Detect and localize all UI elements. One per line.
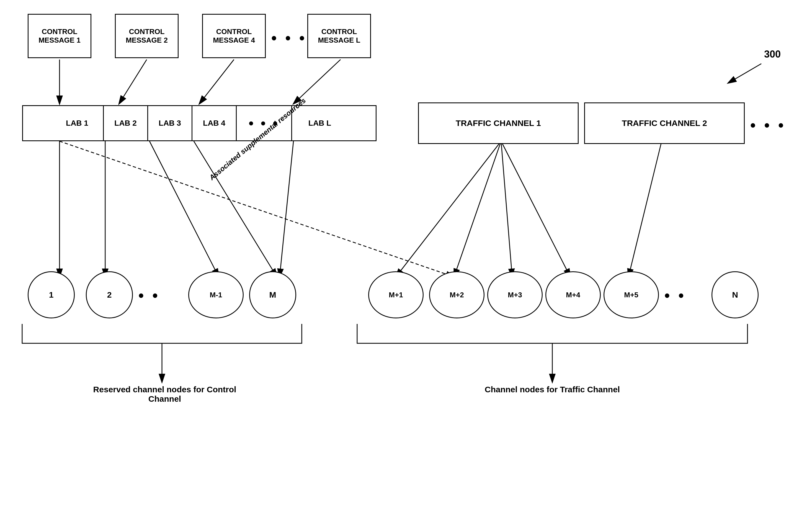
diagram-svg <box>0 0 812 531</box>
svg-line-4 <box>199 59 234 104</box>
lab3-cell: LAB 3 <box>148 106 192 140</box>
circle-2: 2 <box>86 271 133 318</box>
svg-line-8 <box>149 141 219 277</box>
circle-m-plus-4: M+4 <box>546 271 601 318</box>
control-message-4-box: CONTROL MESSAGE 4 <box>202 14 266 58</box>
circles-dots-1: • • <box>139 287 160 304</box>
cm-dots: • • • <box>271 29 307 47</box>
lab2-cell: LAB 2 <box>104 106 148 140</box>
traffic-channel-nodes-label: Channel nodes for Traffic Channel <box>443 385 662 394</box>
control-message-4-label: CONTROL MESSAGE 4 <box>213 27 255 45</box>
svg-line-11 <box>396 141 501 277</box>
traffic-channel-2-label: TRAFFIC CHANNEL 2 <box>622 118 707 128</box>
traffic-channel-1-box: TRAFFIC CHANNEL 1 <box>418 102 579 144</box>
diagram-container: CONTROL MESSAGE 1 CONTROL MESSAGE 2 CONT… <box>0 0 812 531</box>
svg-line-14 <box>501 141 570 277</box>
svg-line-16 <box>59 141 454 277</box>
circle-1: 1 <box>28 271 75 318</box>
lab-row-box: LAB 1 LAB 2 LAB 3 LAB 4 • • • LAB L <box>22 105 377 141</box>
circle-n: N <box>711 271 758 318</box>
svg-line-19 <box>728 64 762 83</box>
lab1-cell: LAB 1 <box>51 106 104 140</box>
tc-dots: • • • <box>750 116 786 134</box>
svg-line-10 <box>280 141 293 277</box>
control-message-1-label: CONTROL MESSAGE 1 <box>39 27 81 45</box>
circle-m: M <box>249 271 296 318</box>
svg-line-12 <box>454 141 501 277</box>
reference-number: 300 <box>764 48 781 60</box>
traffic-channel-2-box: TRAFFIC CHANNEL 2 <box>584 102 745 144</box>
control-message-l-label: CONTROL MESSAGE L <box>318 27 360 45</box>
circle-m-minus-1: M-1 <box>188 271 244 318</box>
svg-line-15 <box>628 141 662 277</box>
labl-cell: LAB L <box>292 106 347 140</box>
circle-m-plus-2: M+2 <box>429 271 484 318</box>
svg-line-3 <box>119 59 147 104</box>
traffic-channel-1-label: TRAFFIC CHANNEL 1 <box>456 118 541 128</box>
circle-m-plus-5: M+5 <box>604 271 659 318</box>
lab4-cell: LAB 4 <box>192 106 237 140</box>
control-message-1-box: CONTROL MESSAGE 1 <box>28 14 91 58</box>
circles-dots-2: • • <box>664 287 686 304</box>
svg-line-13 <box>501 141 512 277</box>
control-message-l-box: CONTROL MESSAGE L <box>307 14 371 58</box>
circle-m-plus-3: M+3 <box>487 271 542 318</box>
control-message-2-box: CONTROL MESSAGE 2 <box>115 14 178 58</box>
circle-m-plus-1: M+1 <box>368 271 424 318</box>
reserved-channel-label: Reserved channel nodes for Control Chann… <box>55 385 274 404</box>
control-message-2-label: CONTROL MESSAGE 2 <box>126 27 168 45</box>
